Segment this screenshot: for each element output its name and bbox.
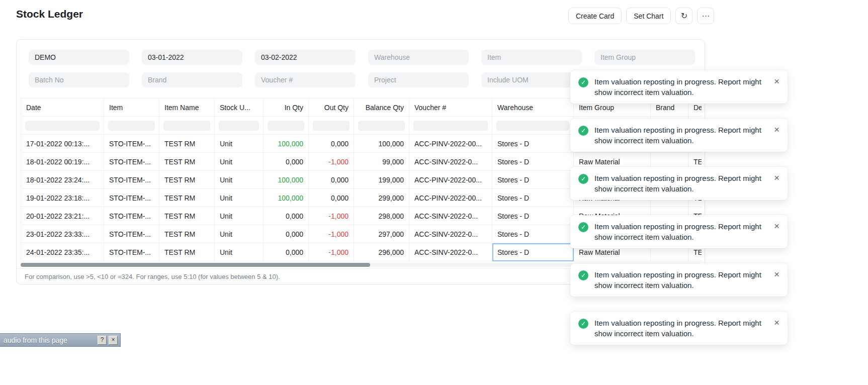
table-cell[interactable]: 18-01-2022 00:19:... [21, 153, 104, 171]
table-cell[interactable]: ACC-SINV-2022-0... [409, 225, 492, 243]
table-cell[interactable]: 297,000 [354, 225, 409, 243]
table-cell[interactable]: 0,000 [264, 153, 309, 171]
column-filter-input[interactable] [219, 121, 259, 131]
table-cell[interactable]: 100,000 [354, 135, 409, 153]
project-input[interactable] [368, 72, 469, 87]
table-cell[interactable]: TEST RM [159, 207, 215, 225]
table-cell[interactable]: 19-01-2022 23:18:... [21, 189, 104, 207]
column-header[interactable]: Item [104, 99, 159, 117]
table-cell[interactable]: TEST RM [159, 171, 215, 189]
table-cell[interactable]: Unit [215, 189, 264, 207]
table-cell[interactable]: 298,000 [354, 207, 409, 225]
table-cell[interactable]: Stores - D [492, 135, 574, 153]
column-header[interactable]: Balance Qty [354, 99, 409, 117]
table-cell[interactable]: TEST RM [159, 153, 215, 171]
scrollbar-thumb[interactable] [21, 263, 370, 267]
column-filter-input[interactable] [358, 121, 405, 131]
include-uom-input[interactable] [481, 72, 582, 87]
table-cell[interactable]: 17-01-2022 00:13:... [21, 135, 104, 153]
toast-close-icon[interactable]: × [774, 173, 779, 182]
table-cell[interactable]: Unit [215, 225, 264, 243]
table-cell[interactable]: TEST RM [159, 135, 215, 153]
table-cell[interactable]: Stores - D [492, 153, 574, 171]
table-cell[interactable]: 23-01-2022 23:33:... [21, 225, 104, 243]
table-cell[interactable]: TEST RM [159, 189, 215, 207]
refresh-button[interactable]: ↻ [675, 8, 692, 24]
batch-no-input[interactable] [29, 72, 129, 87]
column-filter-input[interactable] [313, 121, 350, 131]
create-card-button[interactable]: Create Card [568, 8, 622, 24]
table-cell[interactable]: Unit [215, 135, 264, 153]
table-cell[interactable]: 0,000 [264, 243, 309, 261]
table-cell[interactable]: Stores - D [492, 171, 574, 189]
item-group-input[interactable] [594, 50, 695, 65]
column-header[interactable]: Out Qty [309, 99, 354, 117]
table-cell[interactable]: Stores - D [492, 189, 574, 207]
table-cell[interactable]: 0,000 [309, 171, 354, 189]
table-cell[interactable]: Unit [215, 153, 264, 171]
table-cell[interactable]: Stores - D [492, 207, 574, 225]
table-cell[interactable]: -1,000 [309, 225, 354, 243]
set-chart-button[interactable]: Set Chart [626, 8, 671, 24]
column-header[interactable]: Date [21, 99, 104, 117]
toast-close-icon[interactable]: × [774, 318, 779, 327]
column-header[interactable]: Warehouse [492, 99, 574, 117]
table-cell[interactable]: 100,000 [264, 189, 309, 207]
table-cell[interactable]: 0,000 [264, 225, 309, 243]
table-cell[interactable]: ACC-PINV-2022-00... [409, 189, 492, 207]
from-date-input[interactable] [142, 50, 242, 65]
table-cell[interactable]: 100,000 [264, 135, 309, 153]
table-cell[interactable]: ACC-SINV-2022-0... [409, 243, 492, 261]
table-cell[interactable]: STO-ITEM-... [104, 189, 159, 207]
to-date-input[interactable] [255, 50, 356, 65]
table-cell[interactable]: STO-ITEM-... [104, 135, 159, 153]
column-filter-input[interactable] [108, 121, 155, 131]
table-cell[interactable]: Unit [215, 207, 264, 225]
table-cell[interactable]: STO-ITEM-... [104, 153, 159, 171]
toast-close-icon[interactable]: × [774, 76, 779, 86]
table-cell[interactable]: ACC-PINV-2022-00... [409, 135, 492, 153]
table-cell[interactable]: -1,000 [309, 207, 354, 225]
table-cell[interactable]: STO-ITEM-... [104, 171, 159, 189]
column-header[interactable]: In Qty [264, 99, 309, 117]
table-cell[interactable]: 18-01-2022 23:24:... [21, 171, 104, 189]
table-cell[interactable]: 20-01-2022 23:21:... [21, 207, 104, 225]
table-cell[interactable]: Unit [215, 243, 264, 261]
table-cell[interactable]: 0,000 [309, 189, 354, 207]
table-cell[interactable]: 296,000 [354, 243, 409, 261]
column-filter-input[interactable] [268, 121, 304, 131]
column-header[interactable]: Stock U... [215, 99, 264, 117]
help-button[interactable]: ? [98, 336, 107, 345]
table-cell[interactable]: -1,000 [309, 153, 354, 171]
toast-close-icon[interactable]: × [774, 125, 779, 134]
table-cell[interactable]: STO-ITEM-... [104, 243, 159, 261]
table-cell[interactable]: ACC-SINV-2022-0... [409, 207, 492, 225]
warehouse-input[interactable] [368, 50, 469, 65]
table-cell[interactable]: 99,000 [354, 153, 409, 171]
menu-button[interactable]: ··· [697, 8, 714, 24]
table-cell[interactable]: STO-ITEM-... [104, 225, 159, 243]
brand-input[interactable] [142, 72, 242, 87]
table-cell[interactable]: TEST RM [159, 225, 215, 243]
table-cell[interactable]: -1,000 [309, 243, 354, 261]
toast-close-icon[interactable]: × [774, 269, 779, 279]
table-cell[interactable]: TEST RM [159, 243, 215, 261]
toast-close-icon[interactable]: × [774, 221, 779, 231]
voucher-input[interactable] [255, 72, 356, 87]
table-cell[interactable]: 100,000 [264, 171, 309, 189]
table-cell[interactable]: Stores - D [492, 243, 574, 261]
table-cell[interactable]: 0,000 [264, 207, 309, 225]
item-input[interactable] [481, 50, 582, 65]
table-cell[interactable]: Stores - D [492, 225, 574, 243]
column-filter-input[interactable] [496, 121, 569, 131]
column-filter-input[interactable] [163, 121, 210, 131]
column-header[interactable]: Voucher # [409, 99, 492, 117]
table-cell[interactable]: 24-01-2022 23:35:... [21, 243, 104, 261]
table-cell[interactable]: ACC-PINV-2022-00... [409, 171, 492, 189]
close-notification-button[interactable]: × [109, 336, 118, 345]
table-cell[interactable]: ACC-SINV-2022-0... [409, 153, 492, 171]
column-header[interactable]: Item Name [159, 99, 215, 117]
table-cell[interactable]: 299,000 [354, 189, 409, 207]
column-filter-input[interactable] [25, 121, 100, 131]
company-input[interactable] [29, 50, 129, 65]
